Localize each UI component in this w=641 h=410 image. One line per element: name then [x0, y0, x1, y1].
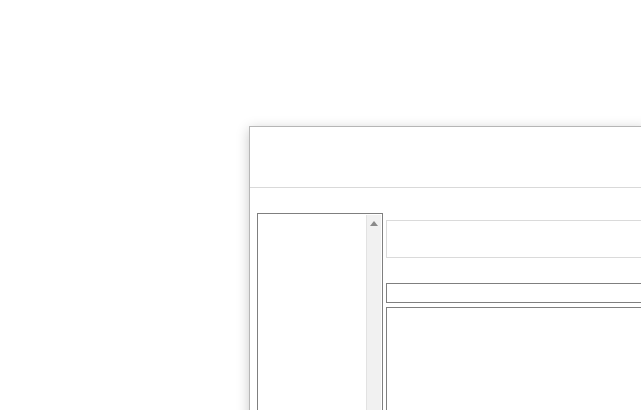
- format-cells-dialog: [249, 126, 641, 410]
- scroll-up-icon: [370, 221, 378, 226]
- sample-groupbox: [386, 220, 641, 258]
- dialog-titlebar[interactable]: [250, 127, 641, 157]
- format-code-list: [386, 307, 641, 410]
- format-code-input[interactable]: [386, 283, 641, 303]
- annotation-tab-highlight: [251, 163, 321, 189]
- excel-window: [0, 0, 641, 410]
- category-scrollbar[interactable]: [366, 215, 381, 410]
- tabstrip-divider: [250, 187, 641, 188]
- category-listbox: [257, 213, 383, 410]
